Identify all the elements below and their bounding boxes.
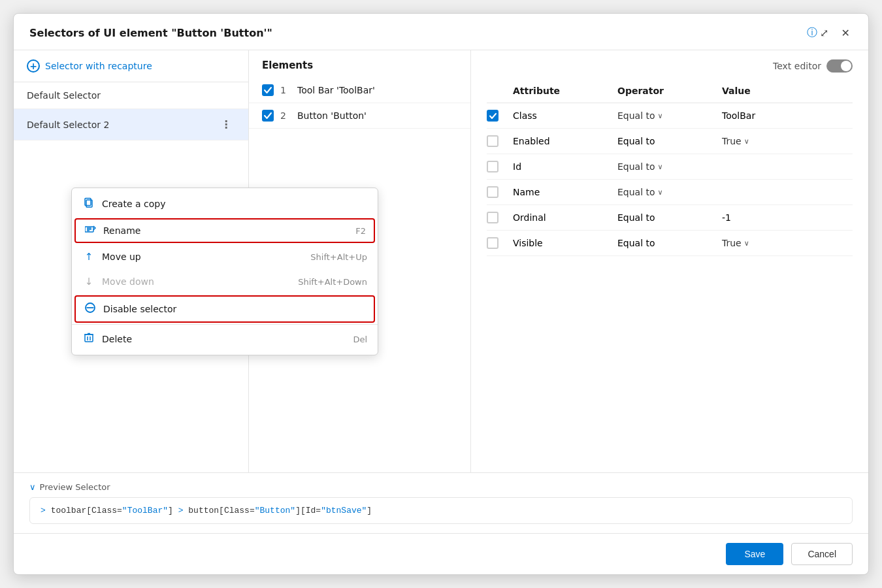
add-selector-button[interactable]: + Selector with recapture (14, 50, 248, 82)
attr-value-visible[interactable]: True ∨ (722, 238, 853, 248)
dialog-title: Selectors of UI element "Button 'Button'… (29, 27, 800, 39)
svg-rect-8 (85, 335, 93, 342)
right-panel: Text editor Attribute Operator Value Cla… (471, 50, 868, 472)
attr-col-check (487, 86, 513, 96)
selector-item-1[interactable]: Default Selector (14, 82, 248, 109)
chevron-class-icon: ∨ (658, 112, 663, 120)
attr-value-class: ToolBar (722, 110, 853, 121)
dialog-footer: Save Cancel (14, 533, 868, 574)
menu-item-disable[interactable]: Disable selector (74, 295, 375, 323)
context-menu: Create a copy Rename F2 (71, 188, 378, 355)
attr-checkbox-name[interactable] (487, 186, 498, 198)
element-item-1[interactable]: 1 Tool Bar 'ToolBar' (249, 78, 470, 103)
attr-row-ordinal: Ordinal Equal to -1 (487, 205, 853, 231)
attr-operator-class[interactable]: Equal to ∨ (617, 110, 722, 121)
menu-item-copy[interactable]: Create a copy (72, 191, 378, 217)
attr-col-value: Value (722, 86, 853, 96)
menu-item-rename[interactable]: Rename F2 (74, 218, 375, 243)
rename-shortcut: F2 (355, 226, 366, 236)
menu-divider (72, 324, 378, 325)
attr-name-visible: Visible (513, 238, 617, 248)
element-label-1: Tool Bar 'ToolBar' (297, 85, 457, 95)
preview-content: > toolbar[Class="ToolBar"] > button[Clas… (29, 497, 853, 524)
attr-value-enabled[interactable]: True ∨ (722, 136, 853, 146)
delete-icon (82, 333, 95, 346)
chevron-id-icon: ∨ (658, 163, 663, 171)
preview-toolbar-val: "ToolBar" (122, 506, 168, 515)
header-actions: ⤢ ✕ (817, 25, 853, 41)
menu-rename-label: Rename (103, 225, 140, 236)
preview-id-val: "btnSave" (321, 506, 367, 515)
rename-icon (84, 225, 97, 237)
dialog-header: Selectors of UI element "Button 'Button'… (14, 14, 868, 50)
selector-item-2-label: Default Selector 2 (27, 120, 217, 130)
preview-panel: ∨ Preview Selector > toolbar[Class="Tool… (14, 472, 868, 533)
preview-arrow: > (41, 506, 46, 515)
menu-move-up-label: Move up (102, 252, 141, 262)
preview-header[interactable]: ∨ Preview Selector (29, 482, 853, 492)
attr-col-operator: Operator (617, 86, 722, 96)
right-header: Text editor (471, 50, 868, 79)
preview-class-val: "Button" (255, 506, 295, 515)
text-editor-switch[interactable] (826, 59, 853, 73)
menu-item-move-up[interactable]: ↑ Move up Shift+Alt+Up (72, 244, 378, 269)
add-selector-label: Selector with recapture (45, 61, 152, 71)
attr-name-name: Name (513, 187, 617, 197)
attr-checkbox-visible[interactable] (487, 237, 498, 249)
chevron-enabled-icon: ∨ (744, 137, 749, 146)
attr-name-enabled: Enabled (513, 136, 617, 146)
element-checkbox-1[interactable] (262, 84, 274, 96)
attr-operator-enabled: Equal to (617, 136, 722, 146)
save-button[interactable]: Save (726, 543, 783, 565)
menu-move-down-label: Move down (102, 276, 154, 287)
elements-header: Elements (249, 50, 470, 78)
menu-disable-label: Disable selector (103, 304, 176, 314)
delete-shortcut: Del (353, 335, 367, 344)
attr-operator-ordinal: Equal to (617, 212, 722, 223)
disable-icon (84, 302, 97, 316)
attr-row-class: Class Equal to ∨ ToolBar (487, 103, 853, 129)
element-num-2: 2 (280, 110, 291, 121)
attr-name-id: Id (513, 161, 617, 172)
text-editor-toggle[interactable]: Text editor (773, 59, 853, 73)
attr-operator-id[interactable]: Equal to ∨ (617, 161, 722, 172)
attr-header-row: Attribute Operator Value (487, 79, 853, 103)
move-up-shortcut: Shift+Alt+Up (310, 252, 367, 262)
chevron-visible-icon: ∨ (744, 239, 749, 248)
add-circle-icon: + (27, 59, 40, 73)
attr-checkbox-enabled[interactable] (487, 135, 498, 147)
preview-selector-static: toolbar[Class= (51, 506, 122, 515)
menu-copy-label: Create a copy (102, 199, 165, 209)
info-icon[interactable]: ⓘ (807, 26, 817, 40)
preview-header-label: Preview Selector (40, 482, 110, 492)
attr-name-ordinal: Ordinal (513, 212, 617, 223)
menu-item-delete[interactable]: Delete Del (72, 326, 378, 352)
expand-icon[interactable]: ⤢ (817, 25, 831, 41)
menu-item-move-down: ↓ Move down Shift+Alt+Down (72, 269, 378, 294)
element-label-2: Button 'Button' (297, 110, 457, 121)
element-item-2[interactable]: 2 Button 'Button' (249, 103, 470, 129)
attr-checkbox-ordinal[interactable] (487, 212, 498, 223)
selector-item-1-label: Default Selector (27, 90, 235, 101)
element-checkbox-2[interactable] (262, 110, 274, 122)
more-options-button[interactable]: ⋮ (217, 117, 235, 132)
attr-row-visible: Visible Equal to True ∨ (487, 231, 853, 256)
attr-row-enabled: Enabled Equal to True ∨ (487, 129, 853, 154)
copy-icon (82, 197, 95, 210)
attr-operator-name[interactable]: Equal to ∨ (617, 187, 722, 197)
move-up-icon: ↑ (82, 251, 95, 263)
attr-checkbox-id[interactable] (487, 161, 498, 172)
move-down-icon: ↓ (82, 276, 95, 287)
menu-delete-label: Delete (102, 334, 132, 344)
attr-value-ordinal: -1 (722, 212, 853, 223)
attr-col-attribute: Attribute (513, 86, 617, 96)
cancel-button[interactable]: Cancel (791, 543, 853, 565)
attr-row-id: Id Equal to ∨ (487, 154, 853, 180)
close-icon[interactable]: ✕ (839, 25, 853, 41)
dialog-body: + Selector with recapture Default Select… (14, 50, 868, 472)
attr-checkbox-class[interactable] (487, 110, 498, 122)
selector-item-2[interactable]: Default Selector 2 ⋮ (14, 109, 248, 140)
element-num-1: 1 (280, 85, 291, 95)
main-dialog: Selectors of UI element "Button 'Button'… (13, 13, 869, 575)
left-panel: + Selector with recapture Default Select… (14, 50, 249, 472)
